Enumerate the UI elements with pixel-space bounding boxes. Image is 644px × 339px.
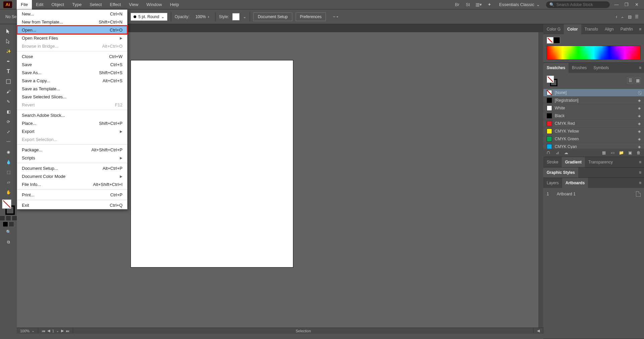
artboard[interactable] (131, 60, 293, 267)
menu-file[interactable]: File (17, 0, 32, 9)
menu-item-save-as[interactable]: Save As...Shift+Ctrl+S (17, 68, 127, 77)
restore-icon[interactable]: ❐ (623, 1, 630, 8)
menu-icon[interactable]: ⊿ (555, 150, 560, 155)
tab-graphic-styles[interactable]: Graphic Styles (543, 167, 578, 178)
width-tool[interactable]: 〰 (2, 137, 15, 147)
arrange-icon[interactable]: ▥▾ (475, 1, 482, 8)
swatch-row[interactable]: CMYK Cyan◈ (543, 143, 644, 149)
menu-item-open[interactable]: Open...Ctrl+O (17, 26, 127, 34)
cloud-icon[interactable]: ☁ (563, 150, 569, 155)
artboard-row[interactable]: 1Artboard 1 (543, 189, 644, 199)
gpu-icon[interactable]: ✦ (486, 1, 493, 8)
swatch-row[interactable]: White◈ (543, 104, 644, 112)
menu-item-new-from-template[interactable]: New from Template...Shift+Ctrl+N (17, 18, 127, 26)
none-mode-icon[interactable] (12, 215, 17, 221)
tab-transfo[interactable]: Transfo (581, 24, 601, 34)
tab-layers[interactable]: Layers (543, 178, 562, 188)
opacity-field[interactable]: 100% › (193, 13, 212, 21)
direct-selection-tool[interactable] (2, 36, 15, 46)
search-stock-input[interactable] (554, 2, 606, 7)
tab-stroke[interactable]: Stroke (543, 157, 562, 167)
screen-mode-icon[interactable]: ⧉ (2, 237, 15, 247)
scroll-left-icon[interactable]: ◀ (537, 329, 540, 333)
menu-item-export-selection[interactable]: Export Selection... (17, 135, 127, 143)
tab-artboards[interactable]: Artboards (562, 178, 588, 188)
menu-item-package[interactable]: Package...Alt+Shift+Ctrl+P (17, 146, 127, 154)
grid-view-icon[interactable]: ▦ (635, 78, 641, 84)
stock-icon[interactable]: St (464, 1, 472, 8)
shape-builder-tool[interactable]: ◉ (2, 147, 15, 157)
menu-item-open-recent-files[interactable]: Open Recent Files▶ (17, 34, 127, 42)
tab-swatches[interactable]: Swatches (543, 63, 568, 73)
menu-select[interactable]: Select (86, 0, 106, 9)
color-mode-icon[interactable] (0, 215, 5, 221)
menu-item-scripts[interactable]: Scripts▶ (17, 154, 127, 162)
workspace-switcher[interactable]: Essentials Classic ⌄ (496, 1, 543, 8)
close-icon[interactable]: ✕ (633, 1, 640, 8)
menu-type[interactable]: Type (68, 0, 86, 9)
options-icon[interactable]: ▦ (601, 150, 606, 155)
menu-object[interactable]: Object (47, 0, 68, 9)
tab-color[interactable]: Color (564, 24, 581, 34)
menu-item-print[interactable]: Print...Ctrl+P (17, 191, 127, 199)
menu-item-revert[interactable]: RevertF12 (17, 101, 127, 109)
list-view-icon[interactable]: ☰ (627, 78, 633, 84)
group-icon[interactable]: ▭ (610, 150, 615, 155)
zoom-field[interactable]: 100%⌄ (17, 328, 38, 334)
menu-item-search-adobe-stock[interactable]: Search Adobe Stock... (17, 111, 127, 119)
menu-item-export[interactable]: Export▶ (17, 127, 127, 135)
menu-item-place[interactable]: Place...Shift+Ctrl+P (17, 119, 127, 127)
swatch-row[interactable]: [None]⃠ (543, 89, 644, 97)
trash-icon[interactable]: 🗑 (636, 150, 641, 155)
tab-align[interactable]: Align (601, 24, 617, 34)
swatch-row[interactable]: CMYK Red◈ (543, 120, 644, 128)
gradient-mode-icon[interactable] (6, 215, 11, 221)
preferences-button[interactable]: Preferences (296, 12, 326, 21)
eraser-tool[interactable]: ◧ (2, 107, 15, 117)
rectangle-tool[interactable] (2, 77, 15, 87)
new-folder-icon[interactable]: 📁 (618, 150, 624, 155)
menu-item-document-setup[interactable]: Document Setup...Alt+Ctrl+P (17, 164, 127, 172)
swatch-row[interactable]: Black◈ (543, 112, 644, 120)
draw-behind-icon[interactable] (9, 222, 14, 227)
menu-view[interactable]: View (125, 0, 142, 9)
menu-help[interactable]: Help (166, 0, 183, 9)
rotate-tool[interactable]: ⟳ (2, 117, 15, 127)
menu-item-save[interactable]: SaveCtrl+S (17, 60, 127, 68)
minimize-icon[interactable]: — (613, 1, 620, 8)
new-swatch-icon[interactable]: ▣ (627, 150, 633, 155)
panel-menu-icon[interactable]: ≡ (636, 65, 644, 70)
tab-gradient[interactable]: Gradient (562, 157, 585, 167)
magic-wand-tool[interactable]: ✨ (2, 46, 15, 56)
hand-tool[interactable]: ✋ (2, 187, 15, 197)
icon-group[interactable]: ⫠ (621, 14, 625, 19)
pencil-tool[interactable]: ✎ (2, 97, 15, 107)
document-setup-button[interactable]: Document Setup (253, 12, 292, 21)
menu-item-save-a-copy[interactable]: Save a Copy...Alt+Ctrl+S (17, 77, 127, 85)
bridge-icon[interactable]: Br (453, 1, 461, 8)
tab-pathfin[interactable]: Pathfin (617, 24, 636, 34)
icon-group[interactable]: ⫞ (615, 14, 617, 19)
fill-swatch-small[interactable] (547, 37, 553, 44)
tab-brushes[interactable]: Brushes (568, 63, 590, 73)
swatch-row[interactable]: [Registration]◈ (543, 97, 644, 104)
menu-item-document-color-mode[interactable]: Document Color Mode▶ (17, 172, 127, 180)
artboard-nav[interactable]: ⏮◀1⌄▶⏭ (38, 328, 73, 334)
color-spectrum[interactable] (547, 46, 641, 60)
artboard-tool[interactable]: ▱ (2, 177, 15, 187)
swatch-row[interactable]: CMYK Green◈ (543, 135, 644, 143)
eyedropper-tool[interactable]: 💧 (2, 157, 15, 167)
tab-transparency[interactable]: Transparency (585, 157, 616, 167)
chevron-down-icon[interactable]: ⌄ (243, 14, 246, 19)
paintbrush-tool[interactable]: 🖌 (2, 87, 15, 97)
swatch-row[interactable]: CMYK Yellow◈ (543, 128, 644, 135)
scale-tool[interactable]: ⤢ (2, 127, 15, 137)
zoom-tool[interactable]: 🔍 (2, 227, 15, 237)
draw-mode-icon[interactable] (3, 222, 8, 227)
icon-group[interactable]: ▤ (628, 14, 632, 19)
menu-item-save-as-template[interactable]: Save as Template... (17, 85, 127, 93)
panel-menu-icon[interactable]: ≡ (636, 27, 644, 32)
menu-icon[interactable]: ☰ (635, 14, 639, 19)
style-swatch[interactable] (232, 13, 240, 20)
stroke-swatch-small[interactable] (553, 37, 560, 44)
